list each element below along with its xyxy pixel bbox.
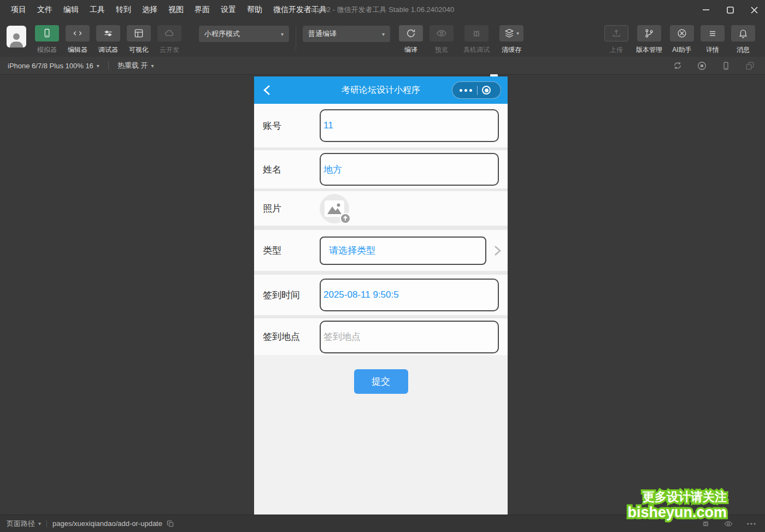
maximize-icon[interactable] — [725, 4, 735, 15]
menu-interface[interactable]: 界面 — [189, 5, 215, 15]
compile-button[interactable]: 编译 — [396, 25, 426, 55]
details-button[interactable]: 详情 — [697, 25, 728, 55]
menu-edit[interactable]: 编辑 — [58, 5, 84, 15]
editor-button[interactable]: 编辑器 — [62, 25, 93, 55]
ai-assistant-button[interactable]: AI助手 — [667, 25, 697, 55]
page-path-label[interactable]: 页面路径 — [7, 519, 35, 529]
details-label: 详情 — [706, 45, 719, 55]
record-stop-icon[interactable] — [697, 61, 707, 71]
simulator-canvas: 考研论坛设计小程序 账号 11 姓名 地方 — [0, 75, 765, 515]
mini-program-nav-bar: 考研论坛设计小程序 — [254, 76, 508, 104]
visualize-button[interactable]: 可视化 — [123, 25, 154, 55]
editor-label: 编辑器 — [68, 45, 87, 55]
simulator-label: 模拟器 — [37, 45, 57, 55]
chevron-down-icon: ▾ — [38, 521, 41, 527]
menu-select[interactable]: 选择 — [137, 5, 163, 15]
cloud-icon — [163, 28, 175, 39]
hot-reload-label: 热重载 开 — [117, 61, 148, 70]
layout-icon — [133, 28, 144, 39]
debugger-label: 调试器 — [98, 45, 118, 55]
compile-label: 编译 — [404, 45, 417, 55]
bug-icon — [471, 28, 482, 39]
signin-place-label: 签到地点 — [263, 330, 320, 343]
chevron-right-icon — [494, 245, 501, 256]
chevron-down-icon: ▾ — [382, 31, 385, 37]
menu-goto[interactable]: 转到 — [110, 5, 137, 15]
cloud-dev-button[interactable]: 云开发 — [154, 25, 185, 55]
title-bar: 项目 文件 编辑 工具 转到 选择 视图 界面 设置 帮助 微信开发者工具 ap… — [0, 0, 765, 20]
compile-mode-value: 普通编译 — [308, 29, 337, 39]
device-bar: iPhone 6/7/8 Plus 100% 16 ▾ 热重载 开 ▾ — [0, 57, 765, 75]
signin-place-input[interactable]: 签到地点 — [320, 321, 499, 353]
device-select[interactable]: iPhone 6/7/8 Plus 100% 16 ▾ — [8, 62, 99, 70]
name-value: 地方 — [323, 163, 342, 176]
menu-settings[interactable]: 设置 — [215, 5, 242, 15]
upload-button[interactable]: 上传 — [601, 25, 632, 55]
form-row-type: 类型 请选择类型 — [254, 230, 508, 271]
upload-icon — [611, 28, 622, 39]
signin-time-input[interactable]: 2025-08-11 9:50:5 — [320, 279, 499, 311]
more-options-icon[interactable] — [746, 522, 756, 525]
submit-button[interactable]: 提交 — [354, 369, 408, 394]
remote-debug-label: 真机调试 — [463, 45, 490, 55]
photo-upload-button[interactable] — [320, 194, 349, 223]
menu-project[interactable]: 项目 — [5, 5, 32, 15]
refresh-icon — [405, 28, 416, 39]
minimize-icon[interactable] — [701, 4, 711, 15]
more-icon[interactable] — [460, 89, 472, 92]
preview-label: 预览 — [435, 45, 448, 55]
watermark-line1: 更多设计请关注 — [643, 490, 727, 504]
form-row-signin-time: 签到时间 2025-08-11 9:50:5 — [254, 275, 508, 315]
window-controls — [701, 0, 760, 20]
hot-reload-toggle[interactable]: 热重载 开 ▾ — [117, 61, 154, 70]
name-label: 姓名 — [263, 163, 320, 176]
ai-icon — [676, 28, 687, 39]
messages-button[interactable]: 消息 — [728, 25, 758, 55]
phone-simulator: 考研论坛设计小程序 账号 11 姓名 地方 — [254, 75, 508, 515]
signin-time-label: 签到时间 — [263, 289, 320, 302]
upload-label: 上传 — [610, 45, 623, 55]
remote-debug-button[interactable]: 真机调试 — [457, 25, 496, 55]
branch-icon — [644, 28, 655, 39]
debugger-button[interactable]: 调试器 — [93, 25, 123, 55]
device-view-icon[interactable] — [721, 61, 731, 71]
cloud-dev-label: 云开发 — [160, 45, 179, 55]
clear-cache-label: 清缓存 — [502, 45, 521, 55]
account-label: 账号 — [263, 120, 320, 132]
bell-icon — [738, 28, 749, 39]
visualize-label: 可视化 — [129, 45, 149, 55]
simulator-button[interactable]: 模拟器 — [32, 25, 62, 55]
sliders-icon — [103, 28, 114, 39]
form-row-name: 姓名 地方 — [254, 150, 508, 188]
avatar[interactable] — [7, 26, 26, 48]
photo-label: 照片 — [263, 202, 320, 215]
menu-view[interactable]: 视图 — [163, 5, 189, 15]
mode-select[interactable]: 小程序模式 ▾ — [199, 26, 289, 42]
type-picker[interactable]: 请选择类型 — [320, 237, 486, 265]
multi-window-icon[interactable] — [745, 61, 755, 71]
signin-time-value: 2025-08-11 9:50:5 — [323, 289, 399, 300]
clear-cache-button[interactable]: ▾ 清缓存 — [496, 25, 527, 55]
reload-icon[interactable] — [673, 61, 682, 70]
capsule-divider — [477, 86, 478, 95]
version-manage-button[interactable]: 版本管理 — [632, 25, 667, 55]
messages-label: 消息 — [737, 45, 750, 55]
menu-file[interactable]: 文件 — [32, 5, 58, 15]
account-input[interactable]: 11 — [320, 109, 499, 142]
form-row-account: 账号 11 — [254, 104, 508, 147]
record-icon[interactable] — [482, 86, 491, 94]
eye-icon — [436, 28, 448, 39]
compile-mode-select[interactable]: 普通编译 ▾ — [303, 26, 390, 42]
preview-button[interactable]: 预览 — [426, 25, 457, 55]
details-icon — [707, 28, 718, 39]
submit-area: 提交 — [254, 355, 508, 515]
close-icon[interactable] — [749, 4, 760, 15]
back-icon[interactable] — [261, 84, 274, 97]
chevron-down-icon: ▾ — [281, 31, 284, 37]
menu-help[interactable]: 帮助 — [242, 5, 268, 15]
chevron-down-icon: ▾ — [516, 31, 519, 36]
menu-tools[interactable]: 工具 — [84, 5, 110, 15]
copy-icon[interactable] — [167, 520, 174, 528]
name-input[interactable]: 地方 — [320, 153, 499, 186]
watermark: 更多设计请关注 bisheyun.com — [574, 488, 730, 523]
